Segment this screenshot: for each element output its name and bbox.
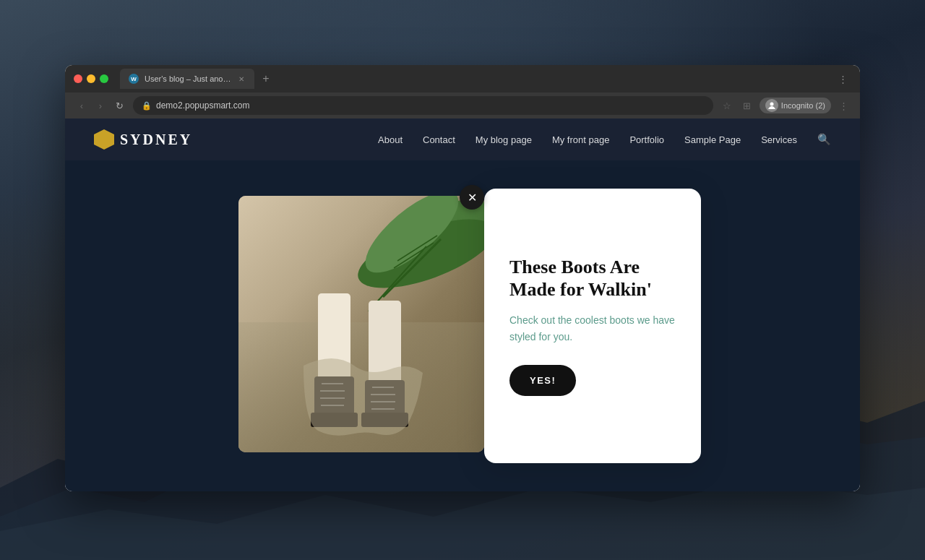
nav-link-my-front-page[interactable]: My front page xyxy=(552,134,610,145)
site-nav: About Contact My blog page My front page… xyxy=(378,133,831,146)
address-input[interactable]: 🔒 demo2.popupsmart.com xyxy=(133,96,713,115)
url-text: demo2.popupsmart.com xyxy=(156,100,249,111)
logo-icon xyxy=(94,129,114,150)
address-bar-actions: ☆ ⊞ Incognito (2) ⋮ xyxy=(719,98,851,113)
nav-link-sample-page[interactable]: Sample Page xyxy=(684,134,741,145)
minimize-window-button[interactable] xyxy=(87,74,95,83)
close-window-button[interactable] xyxy=(74,74,82,83)
popup-content: These Boots Are Made for Walkin' Check o… xyxy=(484,189,701,463)
nav-link-portfolio[interactable]: Portfolio xyxy=(629,134,664,145)
browser-chrome: W User's blog – Just another Wo... ✕ + ⋮ xyxy=(65,65,860,92)
back-button[interactable]: ‹ xyxy=(74,98,90,113)
popup-description: Check out the coolest boots we have styl… xyxy=(509,312,676,345)
extension-icon[interactable]: ⊞ xyxy=(739,98,755,113)
popup-overlay: ✕ xyxy=(65,160,860,491)
nav-link-contact[interactable]: Contact xyxy=(423,134,455,145)
address-bar: ‹ › ↻ 🔒 demo2.popupsmart.com ☆ ⊞ Incogni… xyxy=(65,92,860,119)
chrome-menu-icon[interactable]: ⋮ xyxy=(835,98,851,113)
reload-button[interactable]: ↻ xyxy=(111,98,127,113)
close-icon: ✕ xyxy=(468,191,477,204)
browser-window: W User's blog – Just another Wo... ✕ + ⋮… xyxy=(65,65,860,491)
traffic-lights xyxy=(74,74,108,83)
search-icon[interactable]: 🔍 xyxy=(817,133,831,146)
nav-link-my-blog-page[interactable]: My blog page xyxy=(476,134,532,145)
active-tab[interactable]: W User's blog – Just another Wo... ✕ xyxy=(120,69,254,89)
forward-button[interactable]: › xyxy=(92,98,108,113)
nav-link-about[interactable]: About xyxy=(378,134,403,145)
incognito-button[interactable]: Incognito (2) xyxy=(760,98,831,113)
incognito-avatar xyxy=(765,99,778,112)
tab-close-button[interactable]: ✕ xyxy=(237,74,246,85)
nav-link-services[interactable]: Services xyxy=(761,134,797,145)
popup-container: ✕ xyxy=(238,196,687,456)
site-header: SYDNEY About Contact My blog page My fro… xyxy=(65,119,860,160)
popup-cta-button[interactable]: YES! xyxy=(509,365,576,396)
maximize-window-button[interactable] xyxy=(100,74,108,83)
tab-bar: W User's blog – Just another Wo... ✕ + xyxy=(120,69,828,89)
svg-point-0 xyxy=(770,103,773,106)
browser-menu-icon[interactable]: ⋮ xyxy=(834,70,851,87)
tab-title: User's blog – Just another Wo... xyxy=(145,74,231,83)
ssl-lock-icon: 🔒 xyxy=(142,101,152,111)
browser-chrome-right: ⋮ xyxy=(834,70,851,87)
site-main: ✕ xyxy=(65,160,860,491)
new-tab-button[interactable]: + xyxy=(257,70,275,87)
popup-image-inner xyxy=(238,196,484,452)
wordpress-favicon: W xyxy=(129,74,139,84)
site-logo[interactable]: SYDNEY xyxy=(94,129,192,150)
incognito-label: Incognito (2) xyxy=(781,101,825,110)
website-content: SYDNEY About Contact My blog page My fro… xyxy=(65,119,860,491)
logo-text: SYDNEY xyxy=(120,132,192,148)
boot-image xyxy=(296,293,426,438)
bookmark-icon[interactable]: ☆ xyxy=(719,98,735,113)
popup-image xyxy=(238,196,484,452)
popup-title: These Boots Are Made for Walkin' xyxy=(509,256,676,301)
popup-close-button[interactable]: ✕ xyxy=(460,185,484,210)
nav-buttons: ‹ › ↻ xyxy=(74,98,127,113)
